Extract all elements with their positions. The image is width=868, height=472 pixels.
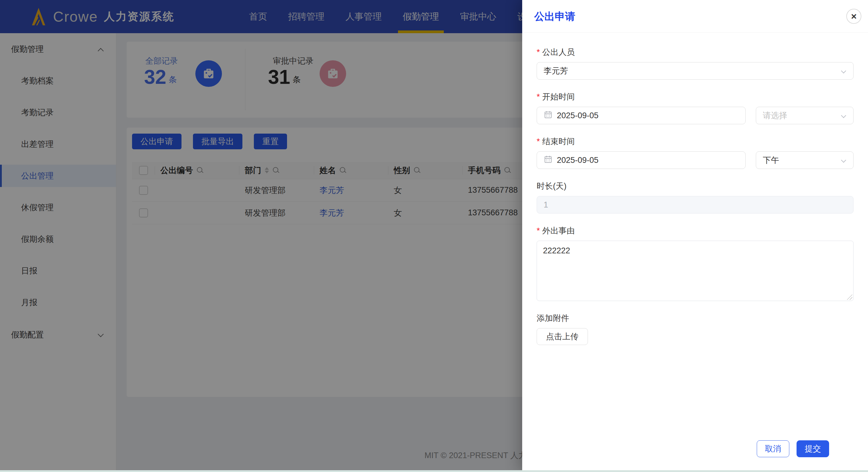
- close-icon: ×: [851, 11, 857, 21]
- end-label: 结束时间: [542, 137, 575, 146]
- close-button[interactable]: ×: [846, 9, 861, 24]
- duration-label: 时长(天): [537, 181, 854, 191]
- reason-label: 外出事由: [542, 226, 575, 235]
- end-period-select[interactable]: 下午: [756, 151, 854, 169]
- required-mark: *: [537, 92, 540, 101]
- reason-textarea[interactable]: 222222: [537, 241, 854, 301]
- reason-value: 222222: [543, 246, 570, 255]
- drawer-header: 公出申请 ×: [522, 0, 868, 33]
- person-select-value: 李元芳: [544, 65, 568, 76]
- required-mark: *: [537, 137, 540, 146]
- end-date-value: 2025-09-05: [557, 156, 598, 165]
- field-start-time: *开始时间 2025-09-05 请选择: [537, 92, 854, 124]
- field-reason: *外出事由 222222: [537, 226, 854, 301]
- required-mark: *: [537, 48, 540, 57]
- start-label: 开始时间: [542, 92, 575, 101]
- chevron-down-icon: [841, 158, 846, 163]
- person-label: 公出人员: [542, 48, 575, 57]
- start-date-picker[interactable]: 2025-09-05: [537, 107, 746, 124]
- chevron-down-icon: [841, 68, 846, 73]
- attachment-label: 添加附件: [537, 313, 854, 323]
- submit-button[interactable]: 提交: [797, 440, 829, 457]
- start-date-value: 2025-09-05: [557, 111, 598, 120]
- person-select[interactable]: 李元芳: [537, 62, 854, 80]
- drawer-title: 公出申请: [534, 0, 575, 33]
- drawer-form: *公出人员 李元芳 *开始时间 2025-09-0: [522, 33, 868, 345]
- start-period-placeholder: 请选择: [763, 110, 787, 121]
- required-mark: *: [537, 226, 540, 235]
- field-duration: 时长(天) 1: [537, 181, 854, 213]
- horizontal-scrollbar[interactable]: [0, 470, 868, 472]
- calendar-icon: [544, 155, 553, 166]
- cancel-button[interactable]: 取消: [757, 440, 789, 457]
- chevron-down-icon: [841, 113, 846, 118]
- upload-button[interactable]: 点击上传: [537, 328, 588, 345]
- duration-input: 1: [537, 196, 854, 213]
- start-period-select[interactable]: 请选择: [756, 107, 854, 124]
- outing-application-drawer: 公出申请 × *公出人员 李元芳 *开始时间: [522, 0, 868, 472]
- end-period-value: 下午: [763, 155, 779, 166]
- field-person: *公出人员 李元芳: [537, 47, 854, 80]
- field-end-time: *结束时间 2025-09-05 下午: [537, 136, 854, 169]
- end-date-picker[interactable]: 2025-09-05: [537, 151, 746, 169]
- calendar-icon: [544, 110, 553, 121]
- field-attachment: 添加附件 点击上传: [537, 313, 854, 345]
- duration-value: 1: [544, 200, 548, 210]
